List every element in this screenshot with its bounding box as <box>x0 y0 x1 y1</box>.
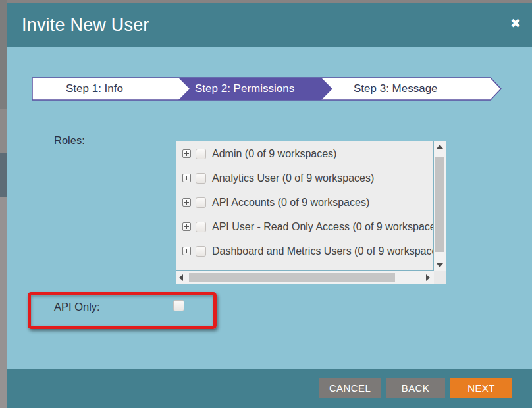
role-label: Analytics User (0 of 9 workspaces) <box>212 172 374 184</box>
role-checkbox[interactable] <box>196 246 206 257</box>
roles-list: Admin (0 of 9 workspaces) Analytics User… <box>176 141 434 271</box>
roles-listbox: Admin (0 of 9 workspaces) Analytics User… <box>176 141 446 284</box>
role-checkbox[interactable] <box>196 197 206 208</box>
expand-plus-icon[interactable] <box>182 174 191 182</box>
modal-header: Invite New User ✖ <box>7 3 532 47</box>
list-item: API Accounts (0 of 9 workspaces) <box>176 190 433 215</box>
expand-plus-icon[interactable] <box>182 222 191 231</box>
role-checkbox[interactable] <box>196 173 206 184</box>
list-item: API User - Read Only Access (0 of 9 work… <box>176 215 433 239</box>
api-only-label: API Only: <box>54 301 100 313</box>
invite-new-user-modal: Invite New User ✖ Step 1: Info Step 2: P… <box>7 3 532 408</box>
modal-title: Invite New User <box>22 3 149 47</box>
right-arrow-icon <box>426 274 430 281</box>
scroll-left-icon[interactable] <box>176 272 188 284</box>
tab-step2-permissions[interactable]: Step 2: Permissions <box>195 77 294 101</box>
step-wizard: Step 1: Info Step 2: Permissions Step 3:… <box>32 77 502 101</box>
role-label: API Accounts (0 of 9 workspaces) <box>212 197 369 209</box>
list-item: Analytics User (0 of 9 workspaces) <box>176 166 433 190</box>
cancel-button[interactable]: CANCEL <box>319 378 381 398</box>
horizontal-scrollbar[interactable] <box>176 271 434 284</box>
role-label: Dashboard and Metrics Users (0 of 9 work… <box>212 245 433 257</box>
close-icon[interactable]: ✖ <box>510 3 521 47</box>
roles-label: Roles: <box>54 134 85 147</box>
role-label: API User - Read Only Access (0 of 9 work… <box>212 221 433 233</box>
list-item: Dashboard and Metrics Users (0 of 9 work… <box>176 239 433 263</box>
list-item: Admin (0 of 9 workspaces) <box>176 141 433 166</box>
back-button[interactable]: BACK <box>386 378 445 398</box>
left-arrow-icon <box>179 274 183 281</box>
next-button[interactable]: NEXT <box>450 378 512 398</box>
role-label: Admin (0 of 9 workspaces) <box>212 148 336 160</box>
list-item: Executive Leadership (0 of 9 workspaces) <box>176 263 433 271</box>
expand-plus-icon[interactable] <box>182 198 191 207</box>
scroll-down-icon[interactable] <box>434 259 446 271</box>
role-checkbox[interactable] <box>196 149 206 159</box>
vertical-scroll-thumb[interactable] <box>435 157 444 252</box>
api-only-checkbox[interactable] <box>173 300 184 311</box>
horizontal-scroll-thumb[interactable] <box>189 273 395 282</box>
tab-step3-message[interactable]: Step 3: Message <box>354 77 438 101</box>
expand-plus-icon[interactable] <box>182 247 191 255</box>
scroll-up-icon[interactable] <box>434 141 446 153</box>
up-arrow-icon <box>437 145 443 149</box>
dimmed-background-left <box>0 0 7 408</box>
down-arrow-icon <box>437 263 443 267</box>
expand-plus-icon[interactable] <box>182 149 191 158</box>
role-checkbox[interactable] <box>196 222 206 232</box>
tab-step1-info[interactable]: Step 1: Info <box>66 77 123 101</box>
vertical-scrollbar[interactable] <box>434 141 446 271</box>
scroll-right-icon[interactable] <box>422 272 434 284</box>
scrollbar-corner <box>434 271 446 284</box>
